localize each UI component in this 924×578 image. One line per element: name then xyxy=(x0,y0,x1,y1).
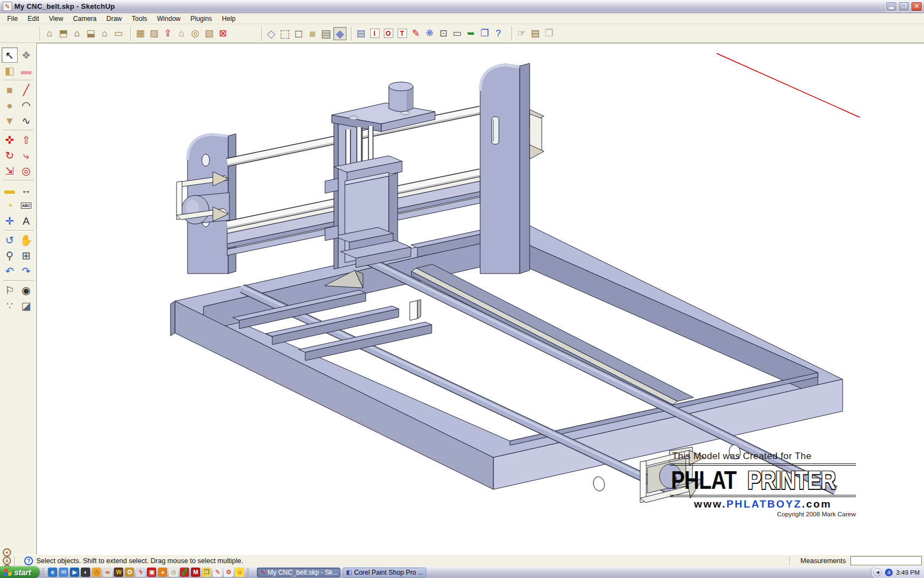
outline-page-icon[interactable]: O xyxy=(382,27,395,40)
wow-icon[interactable]: W xyxy=(114,568,123,577)
menu-tools[interactable]: Tools xyxy=(127,14,152,24)
xray-style-icon[interactable]: ◇ xyxy=(265,27,278,40)
dialog-icon[interactable]: ▤ xyxy=(354,27,367,40)
walk-tool[interactable]: ∵ xyxy=(2,298,18,313)
zoom-next-tool[interactable]: ↷ xyxy=(18,263,34,279)
offset-tool[interactable]: ◎ xyxy=(18,163,34,178)
eraser-tool[interactable]: ▬ xyxy=(18,63,34,78)
paint-bucket-tool[interactable]: ◧ xyxy=(2,63,18,78)
sketchup-ql-icon[interactable]: ✎ xyxy=(213,568,222,577)
terrain-from-contours-icon[interactable]: ▦ xyxy=(134,27,147,40)
phlat-pen-icon[interactable]: ✎ xyxy=(409,27,422,40)
right-view-icon[interactable]: ⬓ xyxy=(84,27,97,40)
messenger-icon[interactable]: ✉ xyxy=(59,568,68,577)
import-page-icon[interactable]: I xyxy=(368,27,381,40)
lightning-icon[interactable]: ϟ xyxy=(136,568,145,577)
wireframe-style-icon[interactable]: ⬚ xyxy=(278,27,292,40)
menu-plugins[interactable]: Plugins xyxy=(185,14,217,24)
rectangle-tool[interactable]: ■ xyxy=(2,82,18,97)
tray-app-icon[interactable]: a xyxy=(885,569,893,576)
task-sketchup[interactable]: ✎My CNC_belt.skp - Sk... xyxy=(257,568,340,577)
textured-style-icon[interactable]: ▤ xyxy=(320,27,333,40)
quick-launch-handle[interactable] xyxy=(42,568,45,577)
game-icon[interactable]: ✪ xyxy=(125,568,134,577)
chrome-icon[interactable]: ❂ xyxy=(224,568,233,577)
pan-tool[interactable]: ✋ xyxy=(18,232,34,248)
photo-viewer-icon[interactable]: ◐ xyxy=(81,568,90,577)
front-view-icon[interactable]: ⌂ xyxy=(70,27,84,40)
arc-tool[interactable]: ◠ xyxy=(18,97,34,113)
menu-draw[interactable]: Draw xyxy=(102,14,127,24)
3d-text-tool[interactable]: A xyxy=(18,213,34,228)
folders-icon[interactable]: ❒ xyxy=(202,568,211,577)
component-notes-icon[interactable]: ▤ xyxy=(529,27,542,40)
solidworks-icon[interactable]: ▣ xyxy=(147,568,156,577)
geolocation-indicator[interactable]: ● xyxy=(3,548,11,557)
hidden-line-style-icon[interactable]: □ xyxy=(292,27,305,40)
export-gcode-icon[interactable]: ➥ xyxy=(464,27,477,40)
protractor-tool[interactable]: ◔ xyxy=(2,198,18,213)
select-tool[interactable]: ↖ xyxy=(2,47,18,63)
title-bar[interactable]: ✎ My CNC_belt.skp - SketchUp ▂ ❐ ✕ xyxy=(0,0,924,13)
menu-file[interactable]: File xyxy=(2,14,23,24)
orbit-tool[interactable]: ↺ xyxy=(2,232,18,248)
switcher-icon[interactable]: ▞ xyxy=(180,568,189,577)
drawing-canvas[interactable]: This Model was Created for The PHLATPRIN… xyxy=(36,43,924,554)
push-pull-tool[interactable]: ⇧ xyxy=(18,132,34,148)
m-icon[interactable]: M xyxy=(191,568,200,577)
disabled-doc-icon[interactable]: ❐ xyxy=(542,27,556,40)
scale-tool[interactable]: ⇲ xyxy=(2,163,18,178)
zoom-previous-tool[interactable]: ↶ xyxy=(2,263,18,279)
monochrome-style-icon[interactable]: ◆ xyxy=(333,27,346,40)
section-plane-tool[interactable]: ◪ xyxy=(18,298,34,313)
restore-button[interactable]: ❐ xyxy=(898,2,910,12)
terrain-from-scratch-icon[interactable]: ▨ xyxy=(147,27,161,40)
task-area-handle[interactable] xyxy=(246,568,249,577)
position-camera-tool[interactable]: ⚐ xyxy=(2,282,18,298)
sphere-points-icon[interactable]: ❋ xyxy=(423,27,436,40)
circle-tool[interactable]: ● xyxy=(2,97,18,113)
top-view-icon[interactable]: ⬒ xyxy=(57,27,70,40)
stamp-icon[interactable]: ⌂ xyxy=(175,27,188,40)
select-bounds-icon[interactable]: ⊡ xyxy=(437,27,450,40)
flip-edge-icon[interactable]: ⊠ xyxy=(216,27,229,40)
link-icon[interactable]: ∞ xyxy=(103,568,112,577)
text-tool[interactable]: ABC xyxy=(18,198,34,213)
look-around-tool[interactable]: ◉ xyxy=(18,282,34,298)
close-button[interactable]: ✕ xyxy=(911,2,922,12)
start-button[interactable]: start xyxy=(0,566,40,578)
task-paintshop[interactable]: ◧Corel Paint Shop Pro ... xyxy=(343,568,426,577)
tabs-page-icon[interactable]: T xyxy=(395,27,409,40)
help-tool-icon[interactable]: ? xyxy=(492,27,505,40)
line-tool[interactable]: ╱ xyxy=(18,82,34,97)
rect-select-icon[interactable]: ▭ xyxy=(450,27,464,40)
ie-icon[interactable]: e xyxy=(48,568,57,577)
make-component-tool[interactable]: ❖ xyxy=(18,47,34,63)
polygon-tool[interactable]: ▼ xyxy=(2,113,18,128)
tray-chevron-icon[interactable]: ◀ xyxy=(873,568,882,576)
add-detail-icon[interactable]: ▧ xyxy=(202,27,216,40)
pd-tool-icon[interactable]: ❐ xyxy=(478,27,491,40)
help-icon[interactable]: ? xyxy=(24,557,33,565)
hand-point-icon[interactable]: ☞ xyxy=(515,27,528,40)
menu-view[interactable]: View xyxy=(44,14,68,24)
menu-help[interactable]: Help xyxy=(217,14,241,24)
shaded-style-icon[interactable]: ■ xyxy=(306,27,319,40)
dimension-tool[interactable]: ↔ xyxy=(18,182,34,198)
axes-tool[interactable]: ✛ xyxy=(2,213,18,228)
rotate-tool[interactable]: ↻ xyxy=(2,148,18,163)
tape-measure-tool[interactable]: ▬ xyxy=(2,182,18,198)
measurements-input[interactable] xyxy=(850,556,922,565)
menu-window[interactable]: Window xyxy=(152,14,186,24)
clock-icon[interactable]: ◷ xyxy=(92,568,101,577)
menu-camera[interactable]: Camera xyxy=(68,14,102,24)
smiley-icon[interactable]: ☺ xyxy=(235,568,244,577)
drape-icon[interactable]: ◎ xyxy=(189,27,202,40)
freehand-tool[interactable]: ∿ xyxy=(18,113,34,128)
firefox-icon[interactable]: ◕ xyxy=(158,568,167,577)
disc-burner-icon[interactable]: ◎ xyxy=(169,568,178,577)
move-tool[interactable]: ✜ xyxy=(2,132,18,148)
iso-view-icon[interactable]: ⌂ xyxy=(43,27,56,40)
follow-me-tool[interactable]: ⤷ xyxy=(18,148,34,163)
smoove-icon[interactable]: ⇪ xyxy=(161,27,174,40)
